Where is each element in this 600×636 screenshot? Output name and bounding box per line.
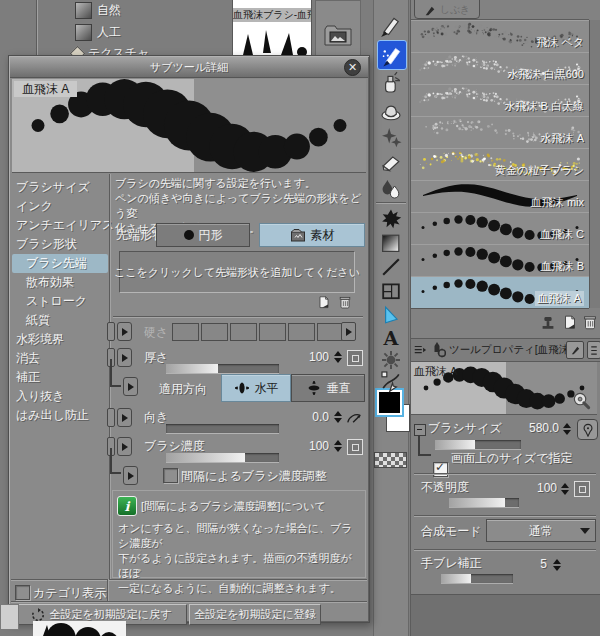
subtool-detail-nav-item[interactable]: ブラシ形状 [12, 235, 108, 254]
blend-drops-tool[interactable] [377, 176, 405, 202]
dialog-title: サブツール詳細 [10, 60, 368, 75]
toolbar-divider [376, 202, 406, 204]
apply-direction-horizontal-button[interactable]: 水平 [221, 374, 291, 402]
density-spinner[interactable] [332, 437, 343, 454]
density-by-gap-expand-button[interactable] [123, 466, 138, 485]
density-by-gap-checkbox[interactable] [163, 468, 178, 483]
opacity-dynamics-button[interactable] [574, 481, 590, 497]
register-defaults-button[interactable]: 全設定を初期設定に登録 [189, 604, 321, 625]
hardness-segments[interactable] [172, 323, 344, 341]
subtool-detail-nav-item[interactable]: ブラシサイズ [12, 178, 108, 197]
direction-spinner[interactable] [332, 408, 343, 425]
blend-mode-select[interactable]: 通常 [486, 519, 596, 542]
brush-size-slider[interactable] [435, 440, 521, 449]
hardness-next-button[interactable] [341, 322, 356, 341]
thickness-spinner[interactable] [332, 348, 343, 365]
background-brush-fragment [33, 621, 126, 636]
add-subtool-icon[interactable] [539, 313, 557, 331]
dialog-titlebar[interactable]: サブツール詳細 ✕ [10, 57, 368, 78]
hardness-indicator[interactable] [107, 322, 115, 341]
figure-tool[interactable] [377, 254, 405, 280]
brush-item[interactable]: 水飛沫 B 白太線 [411, 84, 589, 117]
copy-subtool-icon[interactable] [561, 313, 579, 331]
subtool-detail-nav-item[interactable]: インク [12, 197, 108, 216]
opacity-spinner[interactable] [559, 480, 570, 497]
blend-mode-value: 通常 [487, 523, 595, 540]
brush-detail-icon[interactable] [566, 341, 584, 359]
tip-shape-circle-button[interactable]: 円形 [156, 223, 250, 247]
footer-divider [11, 579, 367, 581]
brush-size-spinner[interactable] [561, 420, 572, 437]
decoration-tool[interactable] [377, 124, 405, 150]
close-icon[interactable]: ✕ [344, 59, 361, 76]
material-preview-caption: 血飛沫ブラシ-血飛 [233, 8, 311, 22]
brush-selected-tool[interactable] [377, 40, 407, 70]
subtool-detail-nav-item[interactable]: 紙質 [12, 311, 108, 330]
subtool-detail-nav-item[interactable]: 消去 [12, 349, 108, 368]
subtool-detail-nav-item[interactable]: ブラシ先端 [12, 254, 108, 273]
palette-menu-icon[interactable] [413, 343, 427, 357]
direction-expand-button[interactable] [117, 408, 132, 427]
density-expand-button[interactable] [117, 437, 132, 456]
subtool-detail-nav-item[interactable]: ストローク [12, 292, 108, 311]
thickness-label: 厚さ [144, 349, 168, 366]
brush-size-collapse[interactable] [414, 424, 426, 436]
wrench-icon[interactable] [572, 391, 591, 410]
hardness-expand-button[interactable] [117, 322, 132, 341]
transparent-color-swatch[interactable] [374, 452, 407, 468]
palette-more-icon[interactable] [587, 341, 600, 359]
pen-direction-icon[interactable] [346, 409, 362, 425]
subtool-tab[interactable]: しぶき [414, 0, 480, 19]
brush-tool[interactable] [377, 12, 405, 38]
gradient-tool[interactable] [377, 230, 405, 256]
delete-subtool-icon[interactable] [581, 313, 599, 331]
stabilization-spinner[interactable] [551, 556, 562, 573]
apply-direction-vertical-button[interactable]: 垂直 [291, 374, 365, 402]
fill-splat-tool[interactable] [377, 206, 405, 232]
stabilization-slider[interactable] [441, 574, 513, 583]
tip-shape-drop-area[interactable]: ここをクリックして先端形状を追加してください [119, 251, 355, 293]
eraser-tool[interactable] [377, 150, 405, 176]
material-shape-icon [290, 228, 306, 242]
opacity-label: 不透明度 [421, 479, 469, 496]
subtool-detail-nav-item[interactable]: 入り抜き [12, 387, 108, 406]
opacity-slider[interactable] [449, 498, 519, 507]
fill-splat-icon [379, 207, 403, 231]
material-tree-item[interactable]: 人工 [75, 24, 121, 41]
airbrush-tool[interactable] [377, 70, 405, 96]
brush-item[interactable]: 血飛沫 C [411, 212, 589, 245]
subtool-detail-nav-item[interactable]: 水彩境界 [12, 330, 108, 349]
subtool-detail-nav-item[interactable]: はみ出し防止 [12, 406, 108, 425]
category-checkbox[interactable] [15, 585, 30, 600]
brush-item[interactable]: 黄金の粒子ブラシ [411, 148, 589, 181]
thickness-expand-button[interactable] [117, 348, 132, 367]
thickness-slider[interactable] [166, 364, 279, 373]
line-correct-tool[interactable] [377, 368, 405, 394]
brush-item[interactable]: 血飛沫 mix [411, 180, 589, 213]
new-tip-icon[interactable] [316, 294, 332, 310]
material-tree-item[interactable]: 自然 [75, 2, 121, 19]
tip-shape-material-button[interactable]: 素材 [259, 223, 365, 247]
list-gutter[interactable] [589, 20, 600, 308]
pen-pressure-icon[interactable] [577, 419, 598, 440]
frame-border-tool[interactable] [377, 278, 405, 304]
direction-indicator[interactable] [107, 408, 115, 427]
density-slider[interactable] [166, 453, 279, 462]
trash-icon[interactable] [337, 294, 353, 310]
subtool-detail-nav-item[interactable]: 補正 [12, 368, 108, 387]
line-correct-icon [379, 369, 403, 393]
brush-item[interactable]: 水飛沫 A [411, 116, 589, 149]
brush-item[interactable]: 飛沫 ベタ [411, 20, 589, 53]
subtool-detail-nav-item[interactable]: 散布効果 [12, 273, 108, 292]
brush-item[interactable]: 水飛沫 白黒600 [411, 52, 589, 85]
apply-direction-expand-button[interactable] [123, 377, 138, 396]
tree-line [110, 472, 121, 474]
brush-item[interactable]: 血飛沫 B [411, 244, 589, 277]
density-dynamics-button[interactable] [347, 439, 363, 455]
direction-slider[interactable] [166, 424, 279, 433]
blend-tool[interactable] [377, 98, 405, 124]
material-folder-icon[interactable] [323, 23, 353, 47]
thickness-dynamics-button[interactable] [347, 350, 363, 366]
brush-item[interactable]: 血飛沫 A [411, 276, 589, 309]
subtool-detail-nav-item[interactable]: アンチエイリアス [12, 216, 108, 235]
